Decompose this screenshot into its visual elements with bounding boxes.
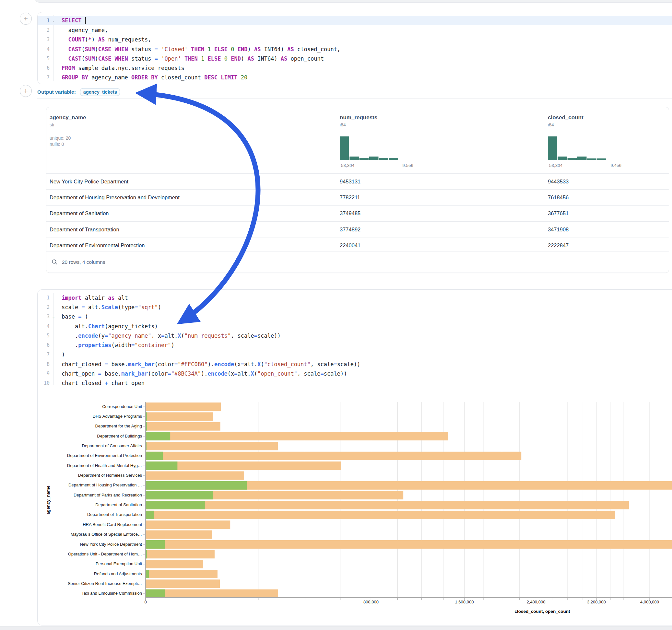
code-line: 10chart_closed + chart_open [38,379,672,388]
bar-closed-count [146,550,215,558]
fold-chevron-icon[interactable]: ⌄ [50,315,57,319]
bar-closed-count [146,589,278,598]
sql-cell: 1⌄SELECT 2 agency_name,3 COUNT(*) AS num… [37,12,672,84]
hist-max-label: 9.4e6 [610,163,621,168]
table-cell: New York City Police Department [46,178,340,185]
bar-open-count [146,511,154,519]
table-cell: Department of Sanitation [46,210,340,217]
add-cell-button-top[interactable]: + [20,13,32,25]
bar-closed-count [146,560,203,568]
line-number: 7 [38,352,50,358]
y-axis-label: Department of Housing Preservation … [68,483,142,487]
python-code-editor[interactable]: 1import altair as alt2scale = alt.Scale(… [38,293,672,388]
code-line: 5 .encode(y="agency_name", x=alt.X("num_… [38,331,672,340]
code-line: 4 alt.Chart(agency_tickets) [38,321,672,331]
line-number: 6 [38,342,50,348]
bar-closed-count [146,540,672,549]
code-line: 7GROUP BY agency_name ORDER BY closed_co… [38,73,672,82]
add-cell-button-middle[interactable]: + [20,85,32,97]
bar-closed-count [146,511,615,519]
bar-open-count [146,540,165,549]
table-row-count: 20 rows, 4 columns [62,259,105,265]
line-number: 1 [38,18,50,24]
line-number: 7 [38,75,50,80]
fold-chevron-icon[interactable]: ⌄ [50,19,57,23]
column-histogram: 53,3049.5e6 [340,136,406,168]
table-column-header[interactable]: num_requestsi6453,3049.5e6 [340,107,548,173]
table-cell: Department of Housing Preservation and D… [46,194,340,201]
x-axis-tick-label: 2,400,000 [527,600,546,604]
y-axis-label: Department of Environmental Protection [67,453,142,458]
altair-bar-chart: Correspondence UnitDHS Advantage Program… [0,392,672,625]
table-row[interactable]: Department of Transportation377489234719… [46,221,669,237]
line-number: 4 [38,323,50,329]
bottom-band [0,626,672,630]
text-cursor [85,17,86,24]
search-icon[interactable] [51,259,58,265]
column-histogram: 53,3049.4e6 [548,136,614,168]
bar-closed-count [146,432,448,440]
code-line: 2scale = alt.Scale(type="sqrt") [38,302,672,312]
code-line: 3⌄base = ( [38,312,672,321]
line-number: 5 [38,333,50,339]
line-number: 8 [38,361,50,367]
line-number: 6 [38,65,50,71]
y-axis-label: Correspondence Unit [102,404,142,409]
bar-open-count [146,481,247,490]
bar-closed-count [146,471,244,480]
line-number: 9 [38,371,50,377]
plus-icon: + [24,15,28,22]
column-stats: unique: 20nulls: 0 [50,135,71,147]
table-cell: 7618456 [548,194,669,201]
table-cell: 3471908 [548,226,669,233]
table-cell: 2222847 [548,242,669,248]
code-line: 9chart_open = base.mark_bar(color="#8BC3… [38,369,672,378]
y-axis-label: Department of Consumer Affairs [82,443,142,448]
y-axis-label: New York City Police Department [80,542,142,547]
table-cell: Department of Transportation [46,226,340,233]
notebook-page: { "output_variable": { "label": "Output … [0,0,672,630]
bar-closed-count [146,442,278,450]
table-row[interactable]: New York City Police Department945313194… [46,173,669,189]
bar-closed-count [146,422,220,431]
y-axis-label: Department of Transportation [87,512,142,517]
y-axis-label: Department for the Aging [95,423,142,429]
code-line: 8chart_closed = base.mark_bar(color="#FF… [38,359,672,369]
table-cell: 9453131 [340,178,548,185]
y-axis-label: Operations Unit - Department of Hom… [68,552,142,556]
bar-closed-count [146,579,220,588]
line-number: 1 [38,295,50,301]
y-axis-title: agency_name [46,485,51,515]
bar-closed-count [146,570,217,578]
y-axis-label: Refunds and Adjustments [94,571,142,576]
line-number: 2 [38,304,50,310]
previous-cell-edge [35,0,672,3]
x-axis-tick-label: 4,000,000 [640,600,659,604]
bar-open-count [146,491,213,500]
table-cell: 2240041 [340,242,548,248]
table-cell: 3677651 [548,210,669,217]
bar-closed-count [146,520,230,529]
sql-code-editor[interactable]: 1⌄SELECT 2 agency_name,3 COUNT(*) AS num… [38,16,672,82]
bar-open-count [146,432,170,440]
output-variable-chip[interactable]: agency_tickets [80,88,120,96]
bar-open-count [146,461,177,470]
table-column-header[interactable]: closed_counti6453,3049.4e6 [548,107,669,173]
code-line: 7) [38,350,672,359]
x-axis-tick-label: 0 [144,600,146,604]
hist-min-label: 53,304 [549,163,562,168]
output-variable-label: Output variable: [37,89,76,95]
table-column-header[interactable]: agency_namestrunique: 20nulls: 0 [46,107,340,173]
bar-closed-count [146,531,212,539]
table-row[interactable]: Department of Sanitation37494853677651 [46,205,669,221]
table-cell: 3749485 [340,210,548,217]
line-number: 5 [38,56,50,62]
y-axis-label: Department of Buildings [97,434,142,438]
table-row[interactable]: Department of Housing Preservation and D… [46,189,669,205]
dataframe-table[interactable]: agency_namestrunique: 20nulls: 0num_requ… [46,107,669,273]
y-axis-label: Department of Parks and Recreation [74,492,142,498]
x-axis-tick-label: 1,600,000 [455,600,474,604]
bar-closed-count [146,412,213,421]
x-axis-title: closed_count, open_count [514,609,570,614]
x-axis-tick-label: 800,000 [363,600,379,604]
